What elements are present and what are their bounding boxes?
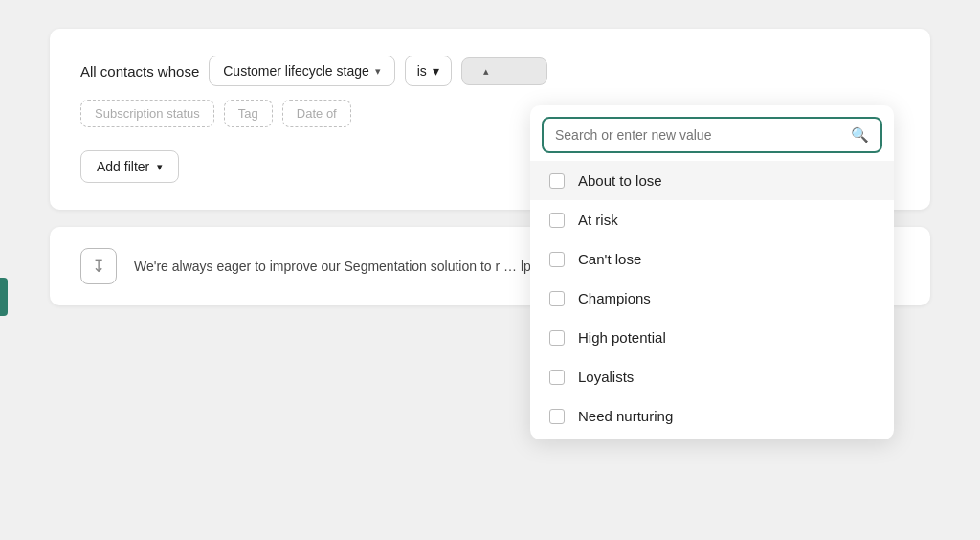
dropdown-item-label: Loyalists (578, 369, 634, 385)
dropdown-item[interactable]: Need nurturing (530, 396, 894, 436)
value-dropdown: 🔍 About to loseAt riskCan't loseChampion… (530, 105, 894, 439)
field-chip-label: Customer lifecycle stage (223, 63, 369, 79)
left-tab-indicator (0, 278, 8, 316)
dropdown-item-checkbox[interactable] (549, 370, 565, 385)
info-card-text: We're always eager to improve our Segmen… (134, 259, 549, 274)
field-chip-chevron-icon: ▾ (375, 65, 381, 78)
dropdown-item-checkbox[interactable] (549, 409, 565, 424)
sub-filter-chip[interactable]: Date of (282, 100, 351, 127)
filter-row: All contacts whose Customer lifecycle st… (80, 56, 900, 86)
field-chip[interactable]: Customer lifecycle stage ▾ (209, 56, 395, 86)
dropdown-list: About to loseAt riskCan't loseChampionsH… (530, 157, 894, 439)
search-input[interactable] (555, 127, 843, 143)
value-chip[interactable]: ▴ (461, 57, 547, 85)
dropdown-item[interactable]: Can't lose (530, 239, 894, 279)
filter-card: All contacts whose Customer lifecycle st… (50, 29, 930, 210)
search-box: 🔍 (542, 117, 882, 153)
search-icon: 🔍 (851, 126, 869, 144)
operator-chip[interactable]: is ▾ (405, 56, 452, 86)
dropdown-item[interactable]: Loyalists (530, 357, 894, 396)
add-filter-button[interactable]: Add filter ▾ (80, 150, 179, 183)
dropdown-item-checkbox[interactable] (549, 291, 565, 306)
dropdown-item-label: About to lose (578, 172, 662, 189)
dropdown-item-checkbox[interactable] (549, 213, 565, 228)
dropdown-item-label: Can't lose (578, 251, 641, 267)
dropdown-item-checkbox[interactable] (549, 252, 565, 267)
sub-filter-chip[interactable]: Subscription status (80, 100, 214, 127)
operator-chevron-icon: ▾ (433, 63, 439, 79)
info-card-icon: ↧ (80, 248, 117, 284)
filter-prefix-label: All contacts whose (80, 63, 199, 79)
dropdown-item[interactable]: High potential (530, 318, 894, 357)
operator-label: is (417, 63, 427, 79)
dropdown-item-label: High potential (578, 329, 666, 346)
sub-filter-chip[interactable]: Tag (224, 100, 273, 127)
dropdown-item-label: Need nurturing (578, 408, 673, 424)
dropdown-item-checkbox[interactable] (549, 173, 565, 189)
add-filter-chevron-icon: ▾ (157, 161, 163, 173)
dropdown-item[interactable]: Champions (530, 279, 894, 318)
dropdown-item-label: At risk (578, 212, 618, 228)
add-filter-label: Add filter (97, 159, 149, 174)
dropdown-item-checkbox[interactable] (549, 330, 565, 346)
dropdown-item[interactable]: At risk (530, 200, 894, 239)
value-chevron-icon: ▴ (483, 65, 489, 78)
dropdown-item[interactable]: About to lose (530, 161, 894, 200)
page-wrapper: All contacts whose Customer lifecycle st… (0, 0, 980, 540)
dropdown-item-label: Champions (578, 290, 651, 306)
